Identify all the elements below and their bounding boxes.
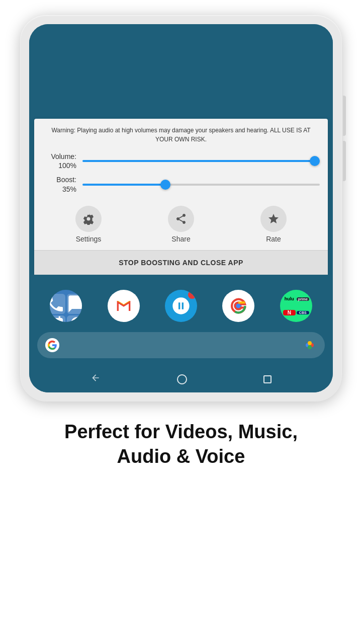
home-button[interactable] — [177, 374, 187, 384]
app-icon-duo[interactable] — [165, 290, 197, 322]
page-wrapper: Warning: Playing audio at high volumes m… — [0, 0, 362, 644]
volume-thumb[interactable] — [310, 156, 320, 166]
volume-track — [82, 160, 320, 162]
google-search-bar[interactable] — [37, 332, 325, 358]
boost-track — [82, 184, 320, 186]
stop-button[interactable]: STOP BOOSTING AND CLOSE APP — [34, 250, 328, 275]
popup-card: Warning: Playing audio at high volumes m… — [34, 119, 328, 275]
rate-button[interactable]: Rate — [260, 206, 287, 243]
phone-screen: Warning: Playing audio at high volumes m… — [29, 24, 333, 392]
status-bar — [29, 24, 333, 38]
rate-icon — [260, 206, 287, 232]
navigation-bar — [37, 366, 325, 392]
boost-slider-container[interactable] — [82, 180, 320, 190]
app-icon-gmail[interactable] — [108, 290, 140, 322]
teal-background-top — [29, 38, 333, 119]
app-icon-streaming[interactable]: hulu prime N CBS — [280, 290, 312, 322]
svg-point-4 — [308, 345, 312, 349]
volume-slider-row: Volume: 100% — [42, 152, 320, 170]
rate-label: Rate — [266, 235, 281, 243]
boost-thumb[interactable] — [160, 180, 170, 190]
boost-label: Boost: 35% — [42, 175, 82, 193]
google-g-icon — [45, 338, 59, 352]
settings-button[interactable]: Settings — [75, 206, 102, 243]
app-icons-row: hulu prime N CBS — [37, 285, 325, 322]
action-buttons-row: Settings Share — [42, 199, 320, 250]
notification-badge — [188, 291, 196, 299]
app-icon-chrome[interactable] — [222, 290, 254, 322]
phone-shell: Warning: Playing audio at high volumes m… — [20, 15, 342, 401]
back-button[interactable] — [90, 373, 101, 385]
share-icon — [168, 206, 194, 232]
tagline: Perfect for Videos, Music, Audio & Voice — [39, 401, 323, 490]
settings-icon — [75, 206, 102, 232]
share-label: Share — [171, 235, 190, 243]
settings-label: Settings — [76, 235, 102, 243]
volume-label: Volume: 100% — [42, 152, 82, 170]
recents-button[interactable] — [263, 375, 272, 383]
android-home: hulu prime N CBS — [29, 275, 333, 392]
boost-slider-row: Boost: 35% — [42, 175, 320, 193]
warning-text: Warning: Playing audio at high volumes m… — [42, 126, 320, 144]
google-assistant-icon — [303, 338, 317, 352]
svg-point-3 — [308, 341, 312, 345]
volume-slider-container[interactable] — [82, 156, 320, 166]
share-button[interactable]: Share — [168, 206, 194, 243]
app-icon-phone-group[interactable] — [50, 290, 82, 322]
